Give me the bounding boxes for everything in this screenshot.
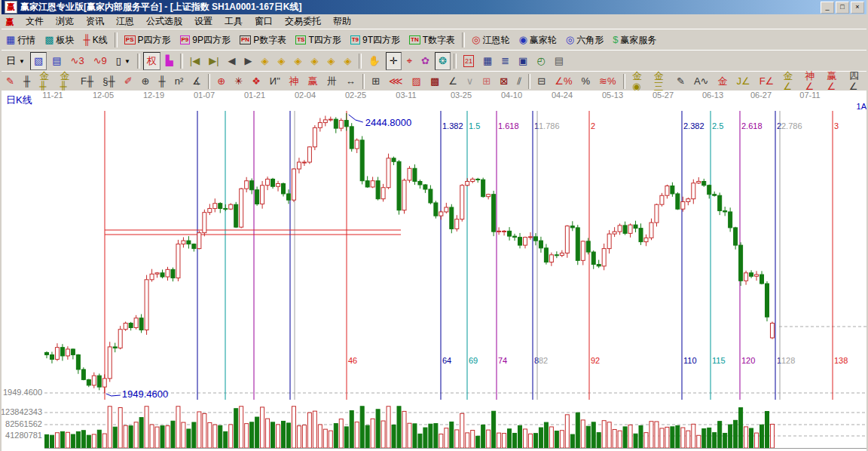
percent-angle-button[interactable]: ∠% <box>551 72 576 91</box>
notes-button[interactable]: ≣ <box>497 52 513 70</box>
shen-grid-button[interactable]: 神 <box>286 72 303 91</box>
calculator-button[interactable]: ▦ <box>479 52 496 70</box>
gann-diamond-full-button[interactable]: ◈ <box>341 52 356 70</box>
wave9-button[interactable]: ∿9 <box>90 52 111 70</box>
kline-chart[interactable]: 461.382641.5691.61874181.786822922.38211… <box>2 100 868 451</box>
draw-pen-button[interactable]: ✎ <box>2 72 18 91</box>
box-web-button[interactable]: ▩ <box>426 72 443 91</box>
v-lines-button[interactable]: ∨ <box>463 72 478 91</box>
s-grid-button[interactable]: §╫ <box>99 72 118 91</box>
cycle-tool-button[interactable]: ❂ <box>435 52 451 70</box>
shen-angle-button[interactable]: 神∠ <box>801 72 821 91</box>
grid-dark-button[interactable]: ⊠ <box>496 72 512 91</box>
h-measure-button[interactable]: ↔ <box>342 72 359 91</box>
zoom-tool-button[interactable]: ⌖ <box>403 52 416 70</box>
gold-grid1-button[interactable]: 金╫ <box>35 72 54 91</box>
info-list-button[interactable]: ▤ <box>48 52 65 70</box>
three-percent-button[interactable]: ≋% <box>595 72 619 91</box>
menu-item-窗口[interactable]: 窗口 <box>249 14 279 29</box>
period-day-button[interactable]: 日▼ <box>2 52 29 70</box>
kline-button[interactable]: ╫K线 <box>80 31 112 49</box>
box-rays-button[interactable]: ▨ <box>408 72 425 91</box>
print-button[interactable]: ▤ <box>551 52 567 70</box>
p-square-button[interactable]: PSP四方形 <box>121 31 175 49</box>
gann-diamond-x-button[interactable]: ◈ <box>307 52 322 70</box>
n2-grid-button[interactable]: n² <box>171 72 188 91</box>
hexagon-button[interactable]: ◎六角形 <box>562 31 607 49</box>
title-bar[interactable]: 赢 赢家江恩专业版[赢家内部服务平台] - [上证指数 SH1A0001-167… <box>2 0 866 14</box>
t-digit-table-button[interactable]: TNT数字表 <box>405 31 459 49</box>
chart-area[interactable]: 461.382641.5691.61874181.786822922.38211… <box>2 100 868 451</box>
f-angle-button[interactable]: F∠ <box>756 72 778 91</box>
gann-wheel-button[interactable]: ◎江恩轮 <box>468 31 513 49</box>
restore-rights-button[interactable]: 权 <box>143 52 160 70</box>
p-digit-table-button[interactable]: PNP数字表 <box>236 31 290 49</box>
f-grid-button[interactable]: F╫ <box>77 72 97 91</box>
j-angle-button[interactable]: J∠ <box>732 72 753 91</box>
menu-item-文件[interactable]: 文件 <box>20 14 50 29</box>
grid-red-button[interactable]: ⊞ <box>478 72 494 91</box>
quotes-button[interactable]: ▦行情 <box>2 31 39 49</box>
price-grid-button[interactable]: ╫ <box>20 72 34 91</box>
menu-item-浏览[interactable]: 浏览 <box>50 14 80 29</box>
angle-measure-button[interactable]: ∡ <box>188 72 205 91</box>
overlay-net-button[interactable]: ▧ <box>30 52 47 70</box>
gold-red-button[interactable]: 金 <box>714 72 731 91</box>
menu-item-资讯[interactable]: 资讯 <box>80 14 110 29</box>
draw-pen2-button[interactable]: ✐ <box>121 72 136 91</box>
circle-grid-button[interactable]: ⊕ <box>138 72 154 91</box>
prev-button[interactable]: ◀ <box>225 52 240 70</box>
first-page-button[interactable]: |◀ <box>186 52 203 70</box>
last-page-button[interactable]: ▶| <box>205 52 222 70</box>
save-button[interactable]: ▣ <box>515 52 531 70</box>
parallel-lines-button[interactable]: ⫽ <box>513 72 525 91</box>
9t-square-button[interactable]: T99T四方形 <box>347 31 404 49</box>
maximize-button[interactable]: □ <box>836 2 849 14</box>
gann-diamond-left-button[interactable]: ◈ <box>258 52 273 70</box>
menu-item-江恩[interactable]: 江恩 <box>110 14 140 29</box>
red-circle-button[interactable]: ⊕ <box>213 72 229 91</box>
menu-item-工具[interactable]: 工具 <box>219 14 249 29</box>
gann-diamond-right-button[interactable]: ◈ <box>274 52 289 70</box>
percent-button[interactable]: % <box>577 72 594 91</box>
count-grid-button[interactable]: 卅 <box>323 72 341 91</box>
measure-pen-button[interactable]: ✎ <box>673 72 689 91</box>
close-button[interactable]: × <box>851 2 864 14</box>
wave3-button[interactable]: ∿3 <box>67 52 88 70</box>
pattern-tool-button[interactable]: ✿ <box>417 52 433 70</box>
winner-service-button[interactable]: $赢家服务 <box>609 31 660 49</box>
candle-style-button[interactable]: ▯▼ <box>112 52 134 70</box>
9p-square-button[interactable]: P99P四方形 <box>176 31 234 49</box>
menu-item-帮助[interactable]: 帮助 <box>327 14 357 29</box>
square-web-button[interactable]: ❖ <box>248 72 264 91</box>
sectors-button[interactable]: ▩板块 <box>41 31 78 49</box>
scale-compare-button[interactable]: ⊟ <box>533 72 549 91</box>
menu-item-公式选股[interactable]: 公式选股 <box>140 14 188 29</box>
rays-button[interactable]: ⋘ <box>385 72 407 91</box>
angle-lines-button[interactable]: ∠ <box>445 72 461 91</box>
win-angle-button[interactable]: 赢∠ <box>824 72 844 91</box>
next-button[interactable]: ▶ <box>241 52 256 70</box>
minimize-button[interactable]: _ <box>821 2 834 14</box>
calendar-button[interactable]: 21 <box>460 52 478 70</box>
net-time-button[interactable]: ◴ <box>533 52 549 70</box>
winner-wheel-button[interactable]: ◉赢家轮 <box>515 31 560 49</box>
gold-circle-button[interactable]: 金◉ <box>628 72 649 91</box>
t-square-button[interactable]: TST四方形 <box>292 31 345 49</box>
gann-diamond-plus-button[interactable]: ◈ <box>324 52 339 70</box>
color-volume-button[interactable]: ▙ <box>162 52 177 70</box>
crosshair-tool-button[interactable]: ✛ <box>386 52 402 70</box>
a-wave-button[interactable]: A∿ <box>690 72 713 91</box>
win-grid-button[interactable]: 赢 <box>304 72 322 91</box>
hand-tool-button[interactable]: ✋ <box>365 52 384 70</box>
gold-three-button[interactable]: 金三 <box>650 72 671 91</box>
k-mark-button[interactable]: И" <box>266 72 284 91</box>
gann-diamond-h-button[interactable]: ◈ <box>291 52 306 70</box>
menu-item-设置[interactable]: 设置 <box>188 14 219 29</box>
four-angle-button[interactable]: 四∠ <box>845 72 866 91</box>
gold-grid2-button[interactable]: 金╫ <box>57 72 75 91</box>
box-tool-button[interactable]: ⊞ <box>368 72 384 91</box>
star-web-button[interactable]: ✳ <box>231 72 246 91</box>
gold-angle-button[interactable]: 金∠ <box>779 72 799 91</box>
menu-item-交易委托[interactable]: 交易委托 <box>279 14 327 29</box>
